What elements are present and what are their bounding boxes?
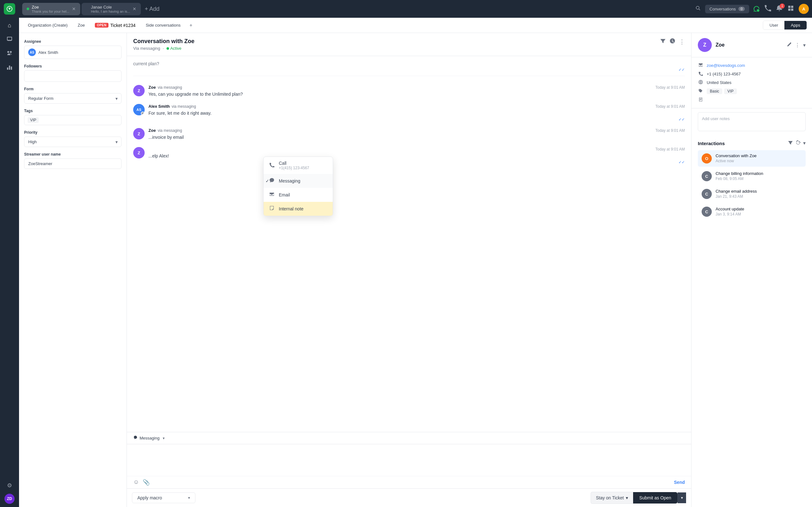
reply-type-dropdown: Call +1(415) 123-4567 ✓ Messaging [263,157,333,216]
chat-status-icon[interactable] [753,5,760,12]
apply-macro-dropdown[interactable]: Apply macro ▾ [132,493,195,503]
tags-field[interactable]: VIP [24,115,121,125]
user-country-row: United States [698,78,806,87]
messages-area: current plan? ✓✓ Z Zoe via messaging Tod… [127,56,691,432]
sidebar-home-icon[interactable]: ⌂ [4,20,15,31]
sidebar-stats-icon[interactable] [4,61,15,73]
interaction-item-2[interactable]: C Change billing information Feb 08, 9:0… [698,168,806,184]
top-action-icons: 1 A [753,4,809,14]
message-meta: Alex Smith via messaging Today at 9:01 A… [148,104,685,109]
breadcrumb-org[interactable]: Organization (Create) [24,21,71,29]
tab-zoe-close[interactable]: ✕ [72,6,76,11]
message-bubble: ...elp Alex! [148,153,685,159]
partial-message: current plan? ✓✓ [133,61,685,76]
user-profile-avatar[interactable]: A [799,4,809,14]
user-tag-basic: Basic [707,89,722,94]
message-meta: Today at 9:01 AM [148,147,685,152]
interaction-item-4[interactable]: C Account update Jan 3, 9:14 AM [698,204,806,220]
more-options-icon[interactable]: ⋮ [679,38,685,45]
tab-zoe-name: Zoe [32,5,69,9]
priority-select[interactable]: High Low Normal Urgent [24,136,121,147]
send-button[interactable]: Send [674,480,685,485]
conversations-button[interactable]: Conversations 0 [705,5,749,13]
add-tab-button[interactable]: + Add [142,4,162,14]
interaction-time-3: Jan 21, 9:43 AM [716,194,802,199]
message-avatar: Z [133,128,145,139]
dropdown-messaging[interactable]: ✓ Messaging [264,174,333,188]
grid-view-icon[interactable] [787,5,794,13]
phone-icon[interactable] [764,5,771,13]
notifications-bell[interactable]: 1 [776,5,783,13]
user-options-icon[interactable]: ⋮ [795,42,800,48]
user-tab-button[interactable]: User [763,21,784,30]
form-select[interactable]: Regular Form [24,93,121,104]
interaction-icon-2: C [702,171,712,181]
interaction-name-1: Conversation with Zoe [716,153,802,158]
emoji-icon[interactable]: ☺ [133,479,139,486]
dropdown-email[interactable]: Email [264,188,333,202]
interaction-content-4: Account update Jan 3, 9:14 AM [716,207,802,216]
message-meta: Zoe via messaging Today at 9:01 AM [148,128,685,133]
tab-janae-close[interactable]: ✕ [133,6,136,11]
compose-tab-messaging[interactable]: Messaging ▾ [127,432,691,444]
message-time: Today at 9:01 AM [655,128,685,133]
message-content: Alex Smith via messaging Today at 9:01 A… [148,104,685,122]
breadcrumb-side-conversations[interactable]: Side conversations [142,21,184,29]
user-email-value[interactable]: zoe@lovesdogs.com [707,63,745,68]
assignee-label: Assignee [24,39,121,44]
breadcrumb-user[interactable]: Zoe [74,21,89,29]
assignee-field[interactable]: AS Alex Smith [24,46,121,59]
interactions-filter-icon[interactable] [788,140,793,147]
submit-as-open-button[interactable]: Submit as Open [633,492,677,504]
tab-zoe[interactable]: Zoe Thank you for your hel... ✕ [22,3,80,15]
dropdown-internal-note[interactable]: Internal note [264,202,333,216]
internal-note-icon [269,206,275,212]
message-content: Zoe via messaging Today at 9:01 AM Yes, … [148,85,685,98]
filter-icon[interactable] [660,38,666,45]
user-info-list: zoe@lovesdogs.com +1 (415) 123-4567 Unit… [692,57,812,108]
message-bubble: Yes, can you upgrade me to the Unlimited… [148,91,685,98]
collapse-icon[interactable]: ▾ [803,42,806,48]
sidebar-users-icon[interactable] [4,48,15,59]
message-avatar: Z [133,147,145,158]
global-search-button[interactable] [695,5,701,13]
interaction-item-3[interactable]: C Change email address Jan 21, 9:43 AM [698,186,806,202]
email-icon [269,192,275,198]
history-icon[interactable] [670,38,675,45]
sidebar: ⌂ ⚙ ZD [0,0,19,507]
assignee-avatar: AS [28,49,36,56]
breadcrumb-ticket[interactable]: OPEN Ticket #1234 [91,21,139,29]
compose-area[interactable] [127,444,691,476]
svg-point-0 [699,80,703,84]
sidebar-inbox-icon[interactable] [4,34,15,45]
compose-messaging-icon [133,435,138,441]
apply-macro-label: Apply macro [137,495,162,500]
submit-arrow-button[interactable]: ▾ [677,493,686,503]
tab-janae[interactable]: Janae Cole Hello, I am having an is... ✕ [82,3,141,15]
breadcrumb-bar: Organization (Create) Zoe OPEN Ticket #1… [19,18,812,33]
interaction-item-1[interactable]: O Conversation with Zoe Active now [698,150,806,167]
message-sender: Zoe [148,128,156,133]
email-info-icon [698,63,704,68]
dropdown-call[interactable]: Call +1(415) 123-4567 [264,157,333,174]
sidebar-user-avatar[interactable]: ZD [4,494,14,504]
apps-tab-button[interactable]: Apps [784,21,807,30]
interactions-collapse-icon[interactable]: ▾ [803,140,806,147]
message-row: Z Today at 9:01 AM ...elp Alex! ✓✓ [133,147,685,164]
followers-field[interactable] [24,70,121,82]
streamer-input[interactable] [24,158,121,169]
sidebar-logo [4,3,15,14]
tab-janae-sub: Hello, I am having an is... [91,9,131,13]
edit-icon[interactable] [786,42,792,48]
sidebar-settings-icon[interactable]: ⚙ [4,480,15,491]
user-header: Z Zoe ⋮ ▾ [692,33,812,57]
tags-label: Tags [24,109,121,113]
form-label: Form [24,87,121,91]
attachment-icon[interactable]: 📎 [143,479,150,486]
interaction-icon-1: O [702,153,712,164]
breadcrumb-add-button[interactable]: + [187,21,195,30]
stay-on-ticket-button[interactable]: Stay on Ticket ▾ [591,492,633,504]
call-icon [269,162,275,169]
user-notes-field[interactable]: Add user notes [698,112,806,131]
interactions-refresh-icon[interactable] [796,140,801,147]
